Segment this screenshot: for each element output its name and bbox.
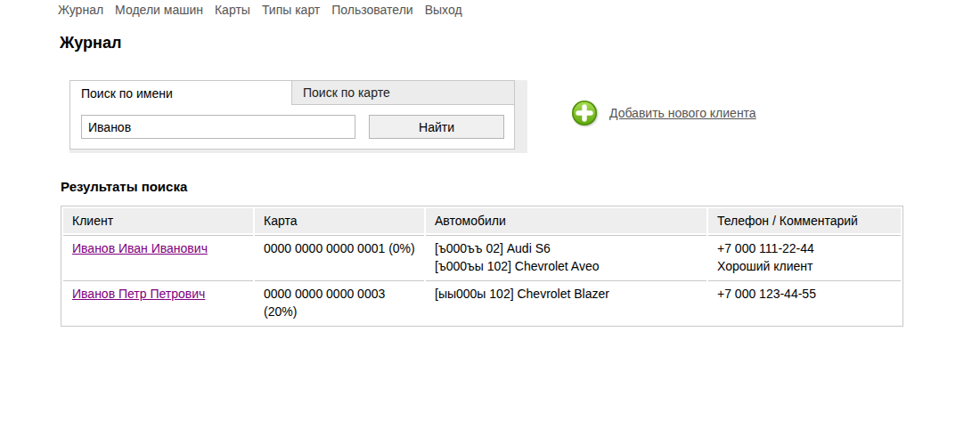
table-header-row: Клиент Карта Автомобили Телефон / Коммен…	[63, 208, 901, 233]
nav-item-card-types[interactable]: Типы карт	[262, 3, 320, 17]
column-header-card: Карта	[255, 208, 424, 233]
add-client-link[interactable]: Добавить нового клиента	[609, 106, 756, 120]
add-plus-icon[interactable]	[571, 100, 598, 126]
column-header-client: Клиент	[63, 208, 253, 233]
phone-comment-cell: +7 000 123-44-55	[708, 280, 901, 324]
comment: Хороший клиент	[717, 257, 892, 275]
car-entry: [ъ000ъы 102] Chevrolet Aveo	[435, 257, 698, 275]
client-link[interactable]: Иванов Иван Иванович	[72, 241, 208, 255]
car-entry: [ъ000ъъ 02] Audi S6	[435, 239, 698, 257]
nav-item-car-models[interactable]: Модели машин	[115, 3, 203, 17]
tab-row: Поиск по имени Поиск по карте	[69, 80, 515, 105]
tab-search-by-card[interactable]: Поиск по карте	[292, 80, 515, 105]
results-title: Результаты поиска	[61, 179, 187, 194]
phone-comment-cell: +7 000 111-22-44 Хороший клиент	[708, 235, 901, 279]
nav-item-cards[interactable]: Карты	[215, 3, 250, 17]
search-button[interactable]: Найти	[369, 115, 504, 139]
search-panel: Найти	[69, 105, 515, 150]
cars-cell: [ъ000ъъ 02] Audi S6 [ъ000ъы 102] Chevrol…	[426, 235, 706, 279]
page: Журнал Модели машин Карты Типы карт Поль…	[0, 0, 980, 445]
results-table: Клиент Карта Автомобили Телефон / Коммен…	[61, 206, 903, 327]
page-title: Журнал	[60, 34, 121, 53]
client-cell: Иванов Петр Петрович	[63, 280, 253, 324]
nav-item-logout[interactable]: Выход	[425, 3, 462, 17]
client-cell: Иванов Иван Иванович	[63, 235, 253, 279]
card-cell: 0000 0000 0000 0001 (0%)	[255, 235, 424, 279]
cars-cell: [ыы000ы 102] Chevrolet Blazer	[426, 280, 706, 324]
search-tabcontrol: Поиск по имени Поиск по карте Найти	[69, 80, 515, 150]
table-row: Иванов Иван Иванович 0000 0000 0000 0001…	[63, 235, 901, 279]
car-entry: [ыы000ы 102] Chevrolet Blazer	[435, 285, 698, 303]
phone: +7 000 123-44-55	[717, 285, 892, 303]
nav-item-users[interactable]: Пользователи	[331, 3, 412, 17]
top-navigation: Журнал Модели машин Карты Типы карт Поль…	[58, 3, 462, 17]
tab-search-by-name[interactable]: Поиск по имени	[69, 80, 292, 105]
client-link[interactable]: Иванов Петр Петрович	[72, 287, 205, 301]
nav-item-journal[interactable]: Журнал	[58, 3, 103, 17]
search-widget: Поиск по имени Поиск по карте Найти	[69, 80, 527, 153]
card-cell: 0000 0000 0000 0003 (20%)	[255, 280, 424, 324]
search-input[interactable]	[81, 115, 355, 139]
column-header-cars: Автомобили	[426, 208, 706, 233]
add-client: Добавить нового клиента	[571, 100, 756, 126]
column-header-phone-comment: Телефон / Комментарий	[708, 208, 901, 233]
phone: +7 000 111-22-44	[717, 239, 892, 257]
table-row: Иванов Петр Петрович 0000 0000 0000 0003…	[63, 280, 901, 324]
